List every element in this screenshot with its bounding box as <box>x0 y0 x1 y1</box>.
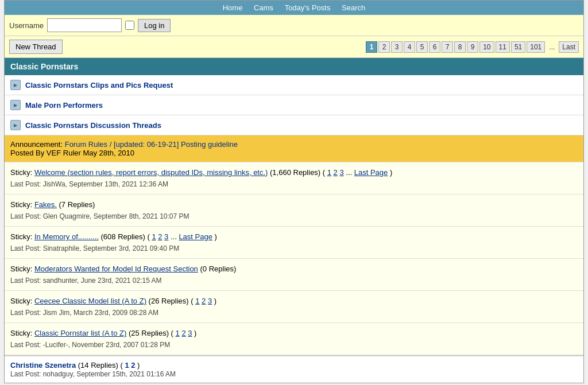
page-2[interactable]: 2 <box>378 41 390 53</box>
thread-row-fakes: Sticky: Fakes. (7 Replies) Last Post: Gl… <box>5 195 583 227</box>
category-clips-link[interactable]: Classic Pornstars Clips and Pics Request <box>25 81 173 90</box>
thread-row-classic-list: Sticky: Classic Pornstar list (A to Z) (… <box>5 323 583 355</box>
thread-last-page[interactable]: Last Page <box>354 168 388 177</box>
announcement-row: Announcement: Forum Rules / [updated: 06… <box>5 135 583 162</box>
announcement-link[interactable]: Forum Rules / [updated: 06-19-21] Postin… <box>65 140 238 149</box>
thread-page-3[interactable]: 3 <box>208 297 212 305</box>
category-male[interactable]: Male Porn Performers <box>5 95 583 115</box>
pagination-dots: ... <box>546 42 558 52</box>
login-button[interactable]: Log in <box>138 19 171 32</box>
thread-row-moderators: Sticky: Moderators Wanted for Model Id R… <box>5 259 583 291</box>
thread-page-2[interactable]: 2 <box>131 361 135 370</box>
section-title: Classic Pornstars <box>10 62 78 71</box>
thread-last-post: Last Post: Jism Jim, March 23rd, 2009 08… <box>10 309 158 317</box>
thread-page-1[interactable]: 1 <box>176 329 180 337</box>
thread-page-2[interactable]: 2 <box>202 297 206 305</box>
thread-last-post: Last Post: JishWa, September 13th, 2021 … <box>10 180 168 188</box>
page-last[interactable]: Last <box>559 41 579 53</box>
thread-last-post: Last Post: nohadguy, September 15th, 202… <box>10 370 176 378</box>
page-6[interactable]: 6 <box>429 41 440 53</box>
category-icon <box>10 100 21 110</box>
thread-prefix: Sticky: <box>10 329 34 337</box>
thread-link[interactable]: Moderators Wanted for Model Id Request S… <box>34 265 198 273</box>
thread-page-1[interactable]: 1 <box>125 361 129 370</box>
page-4[interactable]: 4 <box>404 41 415 53</box>
page-11[interactable]: 11 <box>496 41 510 53</box>
thread-page-1[interactable]: 1 <box>195 297 199 305</box>
thread-last-page[interactable]: Last Page <box>179 232 212 241</box>
new-thread-button[interactable]: New Thread <box>9 40 63 54</box>
category-discussion[interactable]: Classic Pornstars Discussion Threads <box>5 115 583 135</box>
thread-row-ceecee: Sticky: Ceecee Classic Model list (A to … <box>5 291 583 323</box>
thread-row-christine: Christine Szenetra (14 Replies) ( 1 2 ) … <box>5 355 583 383</box>
page-8[interactable]: 8 <box>454 41 466 53</box>
thread-link[interactable]: Ceecee Classic Model list (A to Z) <box>34 297 146 305</box>
nav-todays-posts[interactable]: Today's Posts <box>285 3 331 12</box>
thread-last-post: Last Post: Sinatraphile, September 3rd, … <box>10 244 179 252</box>
thread-page-2[interactable]: 2 <box>334 168 338 177</box>
thread-page-1[interactable]: 1 <box>327 168 331 177</box>
username-label: Username <box>9 21 44 30</box>
thread-link[interactable]: Classic Pornstar list (A to Z) <box>34 329 126 337</box>
category-male-link[interactable]: Male Porn Performers <box>25 101 103 110</box>
login-bar: Username Log in <box>5 15 583 36</box>
thread-last-post: Last Post: Glen Quagmire, September 8th,… <box>10 212 189 220</box>
nav-search[interactable]: Search <box>342 3 365 12</box>
section-header: Classic Pornstars <box>5 58 583 75</box>
thread-row-welcome: Sticky: Welcome (section rules, report e… <box>5 162 583 195</box>
page-1[interactable]: 1 <box>366 41 377 53</box>
toolbar-row: New Thread 1 2 3 4 5 6 7 8 9 10 11 51 10… <box>5 36 583 58</box>
thread-row-memory: Sticky: In Memory of.......... (608 Repl… <box>5 227 583 259</box>
top-navigation: Home Cams Today's Posts Search <box>5 1 583 15</box>
thread-link[interactable]: Welcome (section rules, report errors, d… <box>34 168 268 177</box>
username-input[interactable] <box>47 18 122 32</box>
remember-checkbox[interactable] <box>125 21 134 30</box>
page-10[interactable]: 10 <box>479 41 494 53</box>
page-3[interactable]: 3 <box>391 41 403 53</box>
category-icon <box>10 80 21 90</box>
thread-prefix: Sticky: <box>10 265 34 273</box>
page-9[interactable]: 9 <box>467 41 478 53</box>
category-icon <box>10 120 21 130</box>
thread-last-post: Last Post: -Lucifer-, November 23rd, 200… <box>10 341 170 349</box>
thread-link[interactable]: In Memory of.......... <box>34 232 99 241</box>
thread-page-2[interactable]: 2 <box>181 329 185 337</box>
pagination: 1 2 3 4 5 6 7 8 9 10 11 51 101 ... Last <box>366 41 579 53</box>
thread-prefix: Sticky: <box>10 297 34 305</box>
thread-title-link[interactable]: Christine Szenetra <box>10 361 76 370</box>
page-5[interactable]: 5 <box>416 41 428 53</box>
page-51[interactable]: 51 <box>511 41 525 53</box>
category-clips[interactable]: Classic Pornstars Clips and Pics Request <box>5 75 583 95</box>
thread-page-3[interactable]: 3 <box>188 329 192 337</box>
thread-page-1[interactable]: 1 <box>152 232 156 241</box>
announcement-prefix: Announcement: <box>10 140 65 149</box>
category-discussion-link[interactable]: Classic Pornstars Discussion Threads <box>25 121 161 130</box>
page-7[interactable]: 7 <box>442 41 453 53</box>
thread-page-2[interactable]: 2 <box>158 232 162 241</box>
thread-prefix: Sticky: <box>10 200 34 209</box>
thread-prefix: Sticky: <box>10 232 34 241</box>
announcement-posted-by: Posted By VEF Ruler May 28th, 2010 <box>10 149 134 157</box>
thread-last-post: Last Post: sandhunter, June 23rd, 2021 0… <box>10 277 162 285</box>
thread-page-3[interactable]: 3 <box>339 168 343 177</box>
thread-link[interactable]: Fakes. <box>34 200 57 209</box>
thread-prefix: Sticky: <box>10 168 34 177</box>
nav-cams[interactable]: Cams <box>254 3 273 12</box>
thread-page-3[interactable]: 3 <box>164 232 168 241</box>
nav-home[interactable]: Home <box>223 3 243 12</box>
page-101[interactable]: 101 <box>527 41 545 53</box>
